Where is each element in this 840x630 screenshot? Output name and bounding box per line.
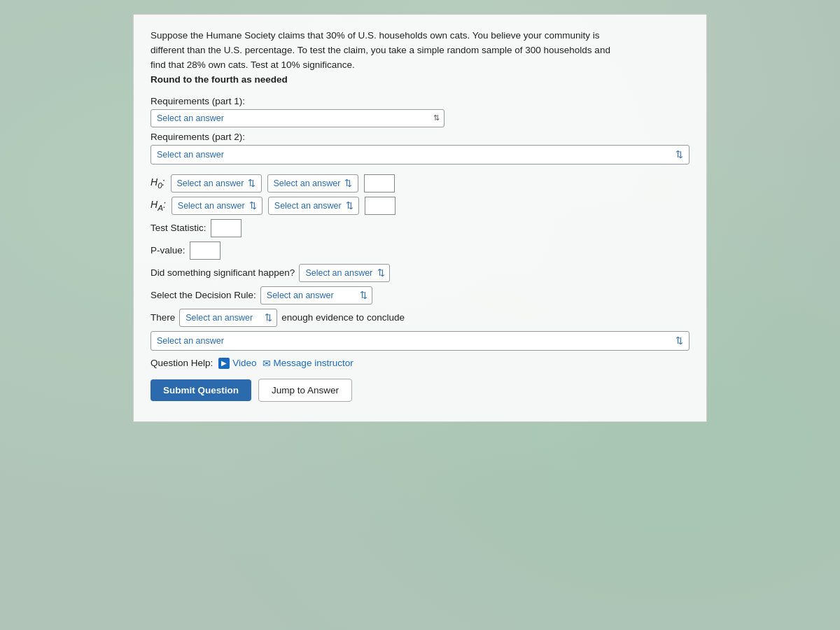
req-part2-row: Select an answer ⇅ xyxy=(150,145,690,169)
conclusion-select-text: Select an answer xyxy=(157,336,224,346)
h0-input[interactable] xyxy=(364,174,395,192)
there-label: There xyxy=(150,312,175,323)
test-stat-row: Test Statistic: xyxy=(150,219,690,237)
h0-row: H0: Select an answer ⇅ Select an answer … xyxy=(150,174,690,192)
significant-row: Did something significant happen? Select… xyxy=(150,264,690,282)
mail-icon: ✉ xyxy=(262,358,271,369)
conclusion-chevron-icon: ⇅ xyxy=(676,335,683,346)
req-part1-select-text: Select an answer xyxy=(157,113,224,123)
decision-rule-row: Select the Decision Rule: Select an answ… xyxy=(150,286,690,304)
ha-select2[interactable]: Select an answer ⇅ xyxy=(268,197,359,215)
pvalue-row: P-value: xyxy=(150,241,690,260)
test-stat-label: Test Statistic: xyxy=(150,223,206,233)
q-line1: Suppose the Humane Society claims that 3… xyxy=(150,30,600,41)
significant-chevron-icon: ⇅ xyxy=(377,267,385,278)
test-stat-input[interactable] xyxy=(211,219,241,237)
ha-label: HA: xyxy=(150,199,166,212)
ha-select2-text: Select an answer xyxy=(274,201,342,211)
significant-select[interactable]: Select an answer ⇅ xyxy=(299,264,390,282)
req-part1-label: Requirements (part 1): xyxy=(150,96,690,106)
conclusion-select[interactable]: Select an answer ⇅ xyxy=(150,331,690,351)
decision-rule-label: Select the Decision Rule: xyxy=(150,290,256,300)
question-text: Suppose the Humane Society claims that 3… xyxy=(150,29,690,88)
buttons-row: Submit Question Jump to Answer xyxy=(150,379,690,402)
pvalue-input[interactable] xyxy=(190,241,220,260)
message-instructor-label: Message instructor xyxy=(274,358,354,368)
ha-select1[interactable]: Select an answer ⇅ xyxy=(172,197,262,215)
ha-row: HA: Select an answer ⇅ Select an answer … xyxy=(150,197,690,215)
req-part2-select[interactable]: Select an answer ⇅ xyxy=(150,145,690,164)
req-part2-select-text: Select an answer xyxy=(157,150,224,160)
submit-question-button[interactable]: Submit Question xyxy=(150,379,251,401)
decision-rule-chevron-icon: ⇅ xyxy=(360,290,368,300)
question-help-label: Question Help: xyxy=(150,358,213,368)
conclude-row: There Select an answer ⇅ enough evidence… xyxy=(150,309,690,327)
req-part1-row: Select an answer ⇅ xyxy=(150,109,690,127)
q-line3: find that 28% own cats. Test at 10% sign… xyxy=(150,59,355,70)
req-part2-chevron-icon: ⇅ xyxy=(676,149,683,160)
ha-subscript: A xyxy=(158,203,163,212)
significant-label: Did something significant happen? xyxy=(150,267,295,278)
h0-select2[interactable]: Select an answer ⇅ xyxy=(267,174,358,192)
h0-select1-text: Select an answer xyxy=(177,178,244,188)
message-instructor-link[interactable]: ✉ Message instructor xyxy=(262,358,354,369)
there-chevron-icon: ⇅ xyxy=(265,312,272,323)
h0-select2-text: Select an answer xyxy=(274,178,341,188)
ha-input[interactable] xyxy=(365,197,396,215)
enough-evidence-label: enough evidence to conclude xyxy=(281,312,405,323)
decision-rule-select-text: Select an answer xyxy=(267,290,334,300)
video-link[interactable]: ▶ Video xyxy=(218,358,256,369)
h0-label: H0: xyxy=(150,176,165,190)
h0-select2-chevron-icon: ⇅ xyxy=(344,178,352,188)
jump-to-answer-button[interactable]: Jump to Answer xyxy=(258,379,352,402)
question-help-row: Question Help: ▶ Video ✉ Message instruc… xyxy=(150,358,690,369)
h0-subscript: 0 xyxy=(158,181,162,190)
there-select[interactable]: Select an answer ⇅ xyxy=(179,309,277,327)
req-part2-label: Requirements (part 2): xyxy=(150,132,690,142)
h0-select1[interactable]: Select an answer ⇅ xyxy=(171,174,262,192)
there-select-text: Select an answer xyxy=(186,313,253,323)
ha-select1-chevron-icon: ⇅ xyxy=(249,200,257,211)
significant-select-text: Select an answer xyxy=(305,268,372,278)
req-part1-chevron-icon: ⇅ xyxy=(433,113,440,122)
video-label: Video xyxy=(232,358,256,368)
q-bold1: Round to the fourth as needed xyxy=(150,74,288,85)
req-part1-select[interactable]: Select an answer ⇅ xyxy=(150,109,444,127)
ha-select2-chevron-icon: ⇅ xyxy=(346,200,354,211)
decision-rule-select[interactable]: Select an answer ⇅ xyxy=(260,286,372,304)
pvalue-label: P-value: xyxy=(150,245,186,255)
q-line2: different than the U.S. percentage. To t… xyxy=(150,45,610,55)
h0-select1-chevron-icon: ⇅ xyxy=(248,178,255,188)
ha-select1-text: Select an answer xyxy=(178,201,245,211)
play-icon: ▶ xyxy=(218,358,230,369)
question-container: Suppose the Humane Society claims that 3… xyxy=(133,14,707,422)
